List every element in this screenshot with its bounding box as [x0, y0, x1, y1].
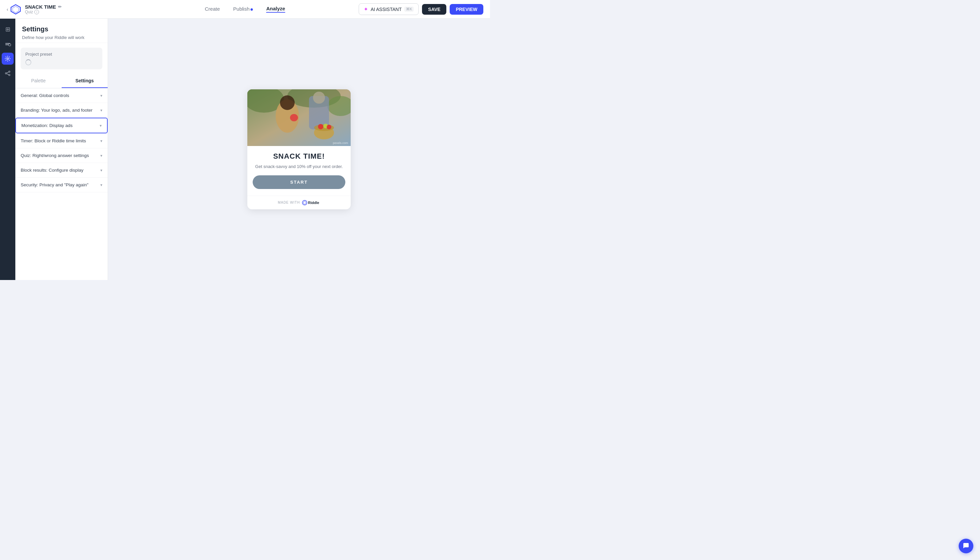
svg-point-7: [9, 71, 10, 72]
preview-area: pexels.com SNACK TIME! Get snack-savvy a…: [108, 19, 490, 280]
info-icon[interactable]: i: [34, 10, 39, 14]
project-type-text: Quiz: [25, 10, 33, 14]
save-button[interactable]: SAVE: [422, 4, 446, 15]
sidebar-item-target[interactable]: [2, 38, 14, 50]
riddle-logo-icon: Riddle: [302, 200, 320, 205]
topnav-left: ‹ SNACK TIME ✏ Quiz i: [7, 3, 359, 15]
project-preset-box: Project preset: [21, 48, 102, 69]
svg-text:Riddle: Riddle: [308, 201, 319, 205]
preset-label: Project preset: [25, 52, 98, 57]
edit-icon[interactable]: ✏: [58, 4, 62, 9]
accordion-block-results: Block results: Configure display ▾: [15, 163, 108, 178]
project-info: SNACK TIME ✏ Quiz i: [25, 4, 62, 14]
made-with-text: MADE WITH: [278, 201, 300, 204]
svg-line-11: [7, 74, 9, 75]
project-type-row: Quiz i: [25, 10, 62, 14]
settings-header: Settings Define how your Riddle will wor…: [15, 19, 108, 43]
nav-analyze[interactable]: Analyze: [266, 6, 285, 13]
accordion-block-results-label: Block results: Configure display: [21, 168, 83, 173]
nav-create[interactable]: Create: [205, 6, 220, 12]
settings-tabs: Palette Settings: [15, 74, 108, 88]
accordion-timer-label: Timer: Block or Riddle time limits: [21, 138, 86, 143]
accordion-list: General: Global controls ▾ Branding: You…: [15, 88, 108, 192]
back-icon: ‹: [7, 7, 8, 12]
topnav: ‹ SNACK TIME ✏ Quiz i Create Publish Ana…: [0, 0, 490, 19]
image-credit: pexels.com: [333, 141, 348, 145]
accordion-timer-header[interactable]: Timer: Block or Riddle time limits ▾: [15, 134, 108, 148]
svg-point-9: [9, 74, 10, 76]
accordion-general: General: Global controls ▾: [15, 88, 108, 103]
svg-point-18: [290, 114, 298, 121]
chevron-down-icon: ▾: [100, 93, 102, 98]
share-icon: [4, 70, 11, 77]
chevron-down-icon: ▾: [100, 168, 102, 173]
chevron-down-icon: ▾: [100, 108, 102, 113]
accordion-quiz-header[interactable]: Quiz: Right/wrong answer settings ▾: [15, 148, 108, 163]
cover-image-svg: [247, 89, 351, 146]
settings-icon: [4, 55, 11, 62]
main-content: ⊞ Settin: [0, 19, 490, 280]
ai-shortcut: ⌘K: [404, 7, 414, 12]
sidebar-item-grid[interactable]: ⊞: [2, 23, 14, 35]
accordion-security-header[interactable]: Security: Privacy and "Play again" ▾: [15, 178, 108, 192]
topnav-right: ✦ AI ASSISTANT ⌘K SAVE PREVIEW: [359, 3, 483, 15]
svg-point-23: [318, 124, 323, 129]
svg-marker-27: [303, 201, 306, 204]
svg-rect-3: [5, 44, 9, 45]
svg-point-4: [9, 44, 11, 46]
accordion-branding: Branding: Your logo, ads, and footer ▾: [15, 103, 108, 118]
accordion-block-results-header[interactable]: Block results: Configure display ▾: [15, 163, 108, 177]
sidebar: ⊞: [0, 19, 15, 280]
svg-point-20: [313, 92, 325, 104]
accordion-general-label: General: Global controls: [21, 93, 69, 98]
ai-icon: ✦: [364, 6, 368, 12]
accordion-monetization-header[interactable]: Monetization: Display ads ▾: [15, 118, 108, 133]
ai-button-label: AI ASSISTANT: [371, 7, 402, 12]
start-button[interactable]: START: [253, 175, 345, 189]
app-logo: [10, 3, 22, 15]
quiz-title: SNACK TIME!: [253, 152, 345, 161]
quiz-cover-image: pexels.com: [247, 89, 351, 146]
quiz-description: Get snack-savvy and 10% off your next or…: [253, 163, 345, 170]
project-name-text: SNACK TIME: [25, 4, 56, 10]
accordion-quiz-label: Quiz: Right/wrong answer settings: [21, 153, 89, 158]
accordion-monetization-label: Monetization: Display ads: [21, 123, 73, 128]
svg-point-17: [280, 95, 295, 110]
svg-marker-1: [13, 6, 19, 13]
back-button[interactable]: ‹: [7, 3, 22, 15]
tab-palette[interactable]: Palette: [15, 74, 62, 88]
chevron-down-icon: ▾: [100, 123, 102, 128]
accordion-branding-label: Branding: Your logo, ads, and footer: [21, 108, 92, 113]
quiz-preview-card: pexels.com SNACK TIME! Get snack-savvy a…: [247, 89, 351, 209]
project-name-row: SNACK TIME ✏: [25, 4, 62, 10]
svg-point-8: [5, 73, 7, 74]
quiz-footer: MADE WITH Riddle: [247, 196, 351, 209]
target-icon: [4, 41, 11, 47]
accordion-security: Security: Privacy and "Play again" ▾: [15, 178, 108, 192]
publish-badge: [251, 8, 253, 11]
svg-line-10: [7, 72, 9, 73]
accordion-quiz: Quiz: Right/wrong answer settings ▾: [15, 148, 108, 163]
sidebar-item-settings[interactable]: [2, 53, 14, 65]
accordion-security-label: Security: Privacy and "Play again": [21, 182, 88, 187]
ai-assistant-button[interactable]: ✦ AI ASSISTANT ⌘K: [359, 3, 419, 15]
svg-point-25: [327, 125, 331, 129]
quiz-body: SNACK TIME! Get snack-savvy and 10% off …: [247, 146, 351, 196]
chevron-down-icon: ▾: [100, 153, 102, 158]
accordion-timer: Timer: Block or Riddle time limits ▾: [15, 134, 108, 148]
preview-button[interactable]: PREVIEW: [450, 4, 483, 15]
settings-title: Settings: [22, 25, 101, 33]
chevron-down-icon: ▾: [100, 183, 102, 187]
settings-panel: Settings Define how your Riddle will wor…: [15, 19, 108, 280]
svg-point-6: [7, 58, 9, 60]
settings-subtitle: Define how your Riddle will work: [22, 35, 101, 40]
tab-settings[interactable]: Settings: [62, 74, 108, 88]
accordion-general-header[interactable]: General: Global controls ▾: [15, 88, 108, 103]
accordion-monetization: Monetization: Display ads ▾: [15, 118, 108, 134]
sidebar-item-share[interactable]: [2, 67, 14, 79]
topnav-center: Create Publish Analyze: [205, 6, 285, 13]
accordion-branding-header[interactable]: Branding: Your logo, ads, and footer ▾: [15, 103, 108, 117]
chevron-down-icon: ▾: [100, 139, 102, 143]
nav-publish[interactable]: Publish: [233, 6, 253, 12]
preset-loading-spinner: [25, 59, 31, 65]
